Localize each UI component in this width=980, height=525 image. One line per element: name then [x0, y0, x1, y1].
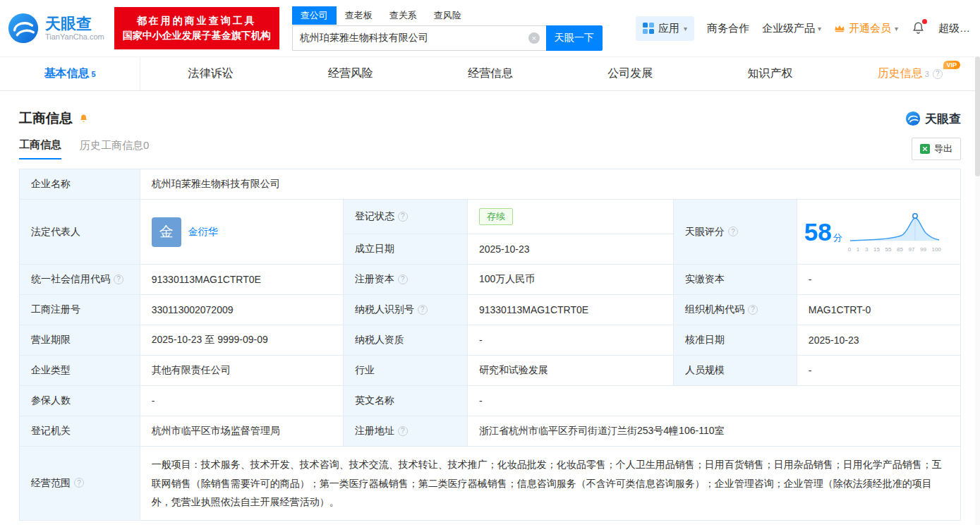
legal-rep-value: 金 金衍华: [140, 200, 343, 265]
tab-label: 经营信息: [468, 66, 513, 81]
english-name-label: 英文名称: [343, 386, 467, 416]
help-icon[interactable]: ?: [418, 305, 428, 315]
menu-super-vip[interactable]: 超级…: [938, 22, 970, 35]
reg-status-value: 存续: [467, 200, 673, 234]
menu-cooperation[interactable]: 商务合作: [707, 22, 749, 35]
score-number: 58: [804, 218, 832, 246]
tab-history-info[interactable]: VIP 历史信息 3 ?: [840, 57, 980, 90]
tab-operating-info[interactable]: 经营信息: [421, 57, 560, 90]
company-name-value: 杭州珀莱雅生物科技有限公司: [140, 169, 960, 200]
tianyancha-logo-icon: [7, 12, 40, 44]
notification-dot: [922, 19, 927, 24]
tab-operating-risk[interactable]: 经营风险: [281, 57, 421, 90]
legal-rep-link[interactable]: 金衍华: [188, 226, 218, 239]
org-code-value: MAG1CTRT-0: [797, 295, 960, 325]
help-icon[interactable]: ?: [74, 478, 84, 488]
apps-label: 应用: [658, 22, 679, 35]
subtab-history-business-info[interactable]: 历史工商信息0: [80, 139, 149, 159]
legal-rep-avatar[interactable]: 金: [152, 217, 181, 247]
subtab-business-info[interactable]: 工商信息: [19, 138, 61, 159]
menu-enterprise[interactable]: 企业级产品 ▾: [762, 22, 821, 35]
score-module[interactable]: 58分 0131555859799100: [804, 211, 953, 253]
tab-basic-info[interactable]: 基本信息 5: [0, 57, 140, 90]
reg-number-label: 工商注册号: [20, 295, 140, 325]
company-name-label: 企业名称: [20, 169, 140, 200]
notification-bell-button[interactable]: [911, 20, 926, 36]
subscribe-bell-icon[interactable]: [78, 113, 89, 124]
grid-icon: [643, 23, 654, 34]
apps-button[interactable]: 应用 ▾: [636, 16, 694, 41]
help-icon[interactable]: ?: [933, 69, 943, 79]
business-scope-value: 一般项目：技术服务、技术开发、技术咨询、技术交流、技术转让、技术推广；化妆品批发…: [140, 447, 960, 521]
english-name-value: -: [467, 386, 960, 416]
tab-label: 基本信息: [44, 66, 90, 81]
org-code-label: 组织机构代码?: [674, 295, 797, 325]
search-area: 查公司 查老板 查关系 查风险 × 天眼一下: [292, 6, 603, 51]
credit-code-value: 91330113MAG1CTRT0E: [140, 265, 343, 295]
score-unit: 分: [833, 232, 842, 243]
scrollbar[interactable]: [975, 56, 980, 525]
paid-capital-value: -: [797, 265, 960, 295]
excel-icon: [920, 144, 930, 154]
table-row: 参保人数 - 英文名称 -: [20, 386, 961, 416]
reg-authority-value: 杭州市临平区市场监督管理局: [140, 416, 343, 447]
credit-code-label: 统一社会信用代码?: [20, 265, 140, 295]
chevron-down-icon: ▾: [895, 25, 898, 32]
tab-legal-proceedings[interactable]: 法律诉讼: [140, 57, 280, 90]
logo-domain-text: TianYanCha.com: [45, 32, 104, 41]
score-label: 天眼评分?: [674, 200, 797, 265]
table-row: 经营范围? 一般项目：技术服务、技术开发、技术咨询、技术交流、技术转让、技术推广…: [20, 447, 961, 521]
table-row: 工商注册号 330113002072009 纳税人识别号? 91330113MA…: [20, 295, 961, 325]
topbar: 天眼查 TianYanCha.com 都在用的商业查询工具 国家中小企业发展子基…: [0, 0, 980, 56]
search-button[interactable]: 天眼一下: [546, 25, 603, 51]
search-tab-company[interactable]: 查公司: [292, 6, 337, 25]
help-icon[interactable]: ?: [748, 305, 758, 315]
taxpayer-id-value: 91330113MAG1CTRT0E: [467, 295, 673, 325]
tab-company-development[interactable]: 公司发展: [560, 57, 700, 90]
slogan-line1: 都在用的商业查询工具: [123, 13, 271, 28]
industry-label: 行业: [343, 356, 467, 386]
reg-status-label: 登记状态?: [343, 200, 467, 234]
reg-address-value: 浙江省杭州市临平区乔司街道汀兰街253号4幢106-110室: [467, 416, 960, 447]
legal-rep-label: 法定代表人: [20, 200, 140, 265]
taxpayer-quality-value: -: [467, 325, 673, 356]
help-icon[interactable]: ?: [398, 212, 408, 222]
chevron-down-icon: ▾: [818, 25, 821, 32]
reg-number-value: 330113002072009: [140, 295, 343, 325]
approval-date-value: 2025-10-23: [797, 325, 960, 356]
tianyancha-logo[interactable]: 天眼查 TianYanCha.com: [7, 12, 104, 44]
open-vip-button[interactable]: 开通会员 ▾: [834, 22, 898, 35]
reg-address-label: 注册地址?: [343, 416, 467, 447]
table-row: 登记机关 杭州市临平区市场监督管理局 注册地址? 浙江省杭州市临平区乔司街道汀兰…: [20, 416, 961, 447]
tab-intellectual-property[interactable]: 知识产权: [700, 57, 840, 90]
search-input[interactable]: [293, 26, 546, 50]
reg-capital-label: 注册资本?: [343, 265, 467, 295]
score-axis-ticks: 0131555859799100: [848, 246, 941, 253]
insured-count-value: -: [140, 386, 343, 416]
search-tab-boss[interactable]: 查老板: [337, 6, 381, 25]
score-value: 58分 0131555859799100: [797, 200, 960, 265]
search-box: ×: [292, 25, 546, 51]
header-menu: 应用 ▾ 商务合作 企业级产品 ▾ 开通会员 ▾ 超级…: [636, 16, 970, 41]
help-icon[interactable]: ?: [728, 227, 738, 236]
business-term-label: 营业期限: [20, 325, 140, 356]
help-icon[interactable]: ?: [114, 274, 123, 284]
search-tab-relation[interactable]: 查关系: [381, 6, 425, 25]
reg-capital-value: 100万人民币: [467, 265, 673, 295]
business-term-value: 2025-10-23 至 9999-09-09: [140, 325, 343, 356]
chevron-down-icon: ▾: [684, 25, 687, 32]
insured-count-label: 参保人数: [20, 386, 140, 416]
approval-date-label: 核准日期: [674, 325, 797, 356]
help-icon[interactable]: ?: [398, 426, 408, 436]
scrollbar-thumb[interactable]: [975, 56, 980, 176]
reg-authority-label: 登记机关: [20, 416, 140, 447]
enterprise-label: 企业级产品: [762, 22, 815, 35]
help-icon[interactable]: ?: [398, 274, 408, 284]
tab-label: 知识产权: [748, 66, 793, 81]
export-button[interactable]: 导出: [912, 138, 961, 160]
score-distribution-chart: 0131555859799100: [848, 211, 941, 253]
staff-size-label: 人员规模: [674, 356, 797, 386]
search-tab-risk[interactable]: 查风险: [425, 6, 470, 25]
table-row: 企业名称 杭州珀莱雅生物科技有限公司: [20, 169, 961, 200]
clear-icon[interactable]: ×: [528, 32, 540, 44]
